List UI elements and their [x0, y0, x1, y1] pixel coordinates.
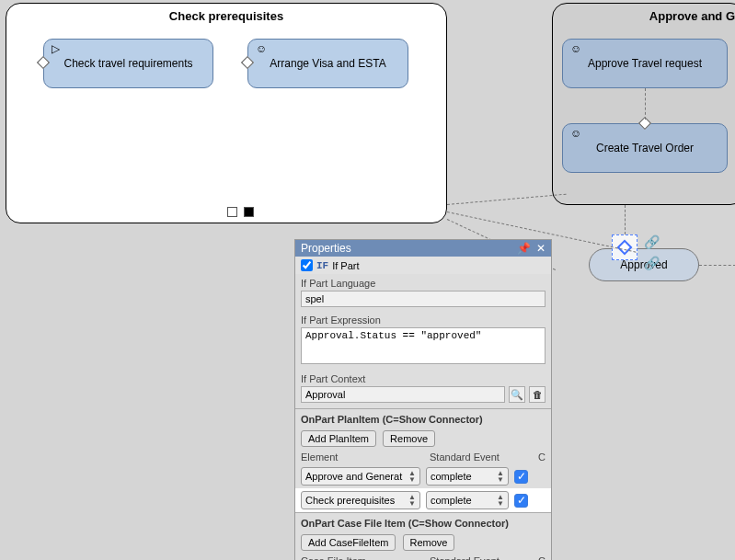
- properties-panel: Properties 📌 ✕ IF If Part If Part Langua…: [294, 239, 552, 560]
- if-part-checkbox[interactable]: [301, 259, 313, 271]
- ctx-input[interactable]: [301, 386, 505, 403]
- task-approve-travel-request[interactable]: ☺ Approve Travel request: [562, 39, 728, 88]
- col-c: C: [529, 451, 546, 463]
- expr-label: If Part Expression: [295, 311, 551, 327]
- col-event: Standard Event: [430, 555, 529, 560]
- sub-process-icon: ▷: [52, 42, 60, 55]
- stage-title: Approve and G: [553, 4, 735, 23]
- stage-check-prerequisites[interactable]: Check prerequisites ▷ Check travel requi…: [6, 3, 447, 223]
- stage-title: Check prerequisites: [6, 4, 446, 23]
- event-select[interactable]: complete ▲▼: [426, 467, 509, 486]
- task-label: Approve Travel request: [588, 57, 702, 70]
- connector-line: [645, 88, 646, 120]
- select-value: complete: [431, 495, 472, 506]
- stepper-icon: ▲▼: [497, 470, 504, 483]
- element-select[interactable]: Check prerequisites ▲▼: [301, 491, 420, 509]
- col-element: Element: [301, 451, 430, 463]
- trash-icon[interactable]: 🗑: [529, 386, 546, 403]
- close-icon[interactable]: ✕: [536, 242, 546, 255]
- event-select[interactable]: complete ▲▼: [426, 491, 509, 509]
- task-label: Arrange Visa and ESTA: [270, 57, 385, 70]
- task-label: Check travel requirements: [63, 57, 192, 70]
- entry-criterion-icon: [37, 56, 50, 69]
- link-icon[interactable]: 🔗: [644, 256, 660, 270]
- remove-planitem-button[interactable]: Remove: [383, 430, 435, 447]
- element-select[interactable]: Approve and Generat ▲▼: [301, 467, 420, 486]
- properties-title: Properties: [301, 242, 351, 255]
- properties-header[interactable]: Properties 📌 ✕: [295, 240, 551, 257]
- stepper-icon: ▲▼: [408, 494, 416, 507]
- task-label: Create Travel Order: [596, 142, 694, 154]
- task-create-travel-order[interactable]: ☺ Create Travel Order: [562, 123, 728, 173]
- entry-criterion-icon: [241, 56, 254, 69]
- select-value: complete: [431, 471, 472, 482]
- onpart-row: Approve and Generat ▲▼ complete ▲▼ ✓: [295, 464, 551, 488]
- select-value: Check prerequisites: [305, 495, 395, 506]
- remove-casefileitem-button[interactable]: Remove: [403, 534, 455, 551]
- connector-line: [447, 194, 567, 205]
- stepper-icon: ▲▼: [497, 494, 504, 507]
- if-part-label: If Part: [332, 260, 359, 271]
- pin-icon[interactable]: 📌: [517, 242, 531, 255]
- magnify-icon[interactable]: 🔍: [509, 386, 525, 403]
- lang-input[interactable]: [301, 291, 546, 307]
- col-casefileitem: Case File Item: [301, 555, 430, 560]
- user-icon: ☺: [570, 127, 581, 140]
- link-icon[interactable]: 🔗: [644, 234, 660, 249]
- expr-textarea[interactable]: [301, 327, 546, 364]
- onpart-planitem-heading: OnPart PlanItem (C=Show Connector): [295, 409, 551, 428]
- user-icon: ☺: [570, 42, 581, 55]
- ctx-label: If Part Context: [295, 370, 551, 386]
- onpart-row: Check prerequisites ▲▼ complete ▲▼ ✓: [295, 488, 551, 512]
- if-part-row: IF If Part: [295, 257, 551, 274]
- col-c: C: [529, 555, 546, 560]
- stage-approve-generate[interactable]: Approve and G ☺ Approve Travel request ☺…: [552, 3, 735, 205]
- collapse-marker-empty[interactable]: [227, 207, 237, 217]
- connector-checkbox[interactable]: ✓: [514, 470, 528, 484]
- select-value: Approve and Generat: [305, 471, 402, 482]
- onpart-casefile-heading: OnPart Case File Item (C=Show Connector): [295, 513, 551, 531]
- connector-line: [625, 205, 626, 234]
- connector-checkbox[interactable]: ✓: [514, 494, 528, 508]
- lang-label: If Part Language: [295, 274, 551, 291]
- collapse-marker-filled[interactable]: [244, 207, 254, 217]
- col-event: Standard Event: [430, 451, 529, 463]
- add-casefileitem-button[interactable]: Add CaseFileItem: [301, 534, 396, 551]
- connector-line: [699, 265, 735, 266]
- task-arrange-visa-esta[interactable]: ☺ Arrange Visa and ESTA: [247, 39, 408, 88]
- stepper-icon: ▲▼: [408, 470, 416, 483]
- add-planitem-button[interactable]: Add PlanItem: [301, 430, 376, 447]
- user-icon: ☺: [256, 42, 267, 55]
- if-literal-icon: IF: [316, 260, 328, 271]
- task-check-travel-requirements[interactable]: ▷ Check travel requirements: [43, 39, 213, 88]
